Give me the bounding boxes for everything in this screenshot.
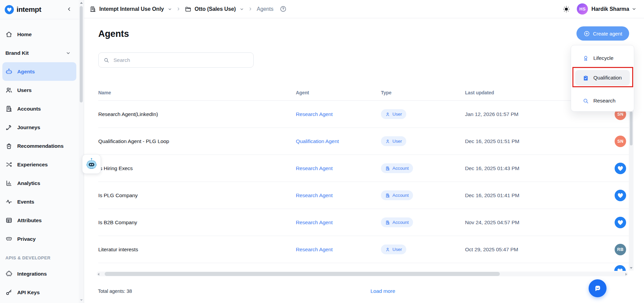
- scroll-right-arrow-icon[interactable]: [625, 273, 627, 276]
- sidebar-item-label: Accounts: [17, 106, 41, 112]
- agent-type-link[interactable]: Qualification Agent: [296, 138, 339, 144]
- sidebar-item-accounts[interactable]: Accounts: [2, 99, 76, 118]
- search-icon: [103, 57, 109, 63]
- agent-type-link[interactable]: Research Agent: [296, 192, 333, 198]
- table-row[interactable]: Literatur interests Research Agent User …: [98, 236, 629, 263]
- agent-type-link[interactable]: Research Agent: [296, 165, 333, 171]
- search-input[interactable]: [113, 57, 249, 63]
- user-name: Hardik Sharma: [591, 6, 629, 12]
- sidebar-item-integrations[interactable]: Integrations: [2, 264, 76, 283]
- clipboard-check-icon: [583, 75, 589, 81]
- total-agents-count: Total agents: 38: [98, 288, 132, 294]
- table-row[interactable]: Research Agent(LinkedIn) Research Agent …: [98, 101, 629, 128]
- column-header-name: Name: [98, 90, 296, 95]
- sidebar-item-label: Users: [17, 87, 32, 93]
- app-window: intempt Home Brand Kit Agents Users: [0, 0, 644, 303]
- sidebar-item-agents[interactable]: Agents: [2, 62, 76, 81]
- sidebar-item-events[interactable]: Events: [2, 192, 76, 211]
- user-icon: [385, 112, 390, 117]
- sidebar-item-home[interactable]: Home: [2, 25, 76, 44]
- chevron-down-icon: [66, 50, 71, 56]
- sidebar-item-label: Attributes: [17, 217, 42, 224]
- sidebar-item-label: Events: [17, 199, 34, 205]
- sidebar-item-journeys[interactable]: Journeys: [2, 118, 76, 137]
- intempt-logo-icon: [5, 5, 14, 14]
- chevron-down-icon[interactable]: [632, 6, 637, 11]
- help-icon[interactable]: [280, 5, 287, 13]
- search-icon: [583, 98, 589, 104]
- journey-path-icon: [5, 124, 12, 131]
- mask-icon: [5, 235, 12, 242]
- vertical-scrollbar[interactable]: [629, 101, 634, 271]
- sidebar-item-recommendations[interactable]: Recommendations: [2, 137, 76, 155]
- type-badge: User: [381, 109, 406, 119]
- scrollbar-thumb[interactable]: [80, 6, 83, 102]
- agent-type-link[interactable]: Research Agent: [296, 111, 333, 117]
- chevron-down-icon[interactable]: [168, 7, 172, 11]
- scroll-up-arrow-icon[interactable]: [80, 2, 83, 4]
- table-row[interactable]: Is PLG Company Research Agent Account De…: [98, 182, 629, 209]
- table-row[interactable]: Is Hiring Execs Research Agent Account D…: [98, 155, 629, 182]
- sidebar-item-experiences[interactable]: Experiences: [2, 155, 76, 174]
- sidebar-item-analytics[interactable]: Analytics: [2, 174, 76, 192]
- breadcrumb-label: Otto (Sales Use): [195, 6, 236, 12]
- scroll-down-arrow-icon[interactable]: [630, 267, 633, 269]
- chat-launcher-button[interactable]: [589, 279, 607, 297]
- home-icon: [5, 31, 12, 38]
- last-updated: Dec 16, 2025 01:41 PM: [465, 192, 519, 198]
- sidebar-item-attributes[interactable]: Attributes: [2, 211, 76, 230]
- table-row[interactable]: Qualification Agent - PLG Loop Qualifica…: [98, 128, 629, 155]
- robot-icon: [5, 68, 12, 75]
- scrollbar-thumb[interactable]: [630, 112, 633, 145]
- column-header-type: Type: [381, 90, 465, 95]
- agent-type-link[interactable]: Research Agent: [296, 219, 333, 225]
- agent-name: Is B2B Company: [98, 219, 137, 225]
- sidebar: intempt Home Brand Kit Agents Users: [0, 0, 79, 303]
- menu-item-qualification[interactable]: Qualification: [575, 70, 630, 86]
- sidebar-item-label: API Keys: [17, 289, 40, 296]
- scroll-down-arrow-icon[interactable]: [80, 299, 83, 301]
- sidebar-collapse-button[interactable]: [67, 5, 72, 13]
- users-icon: [5, 87, 12, 94]
- sidebar-item-users[interactable]: Users: [2, 81, 76, 99]
- building-icon: [5, 105, 12, 112]
- sidebar-item-label: Agents: [17, 69, 35, 75]
- create-agent-button[interactable]: Create agent: [576, 26, 629, 41]
- otto-assistant-widget[interactable]: [82, 154, 101, 174]
- sidebar-item-privacy[interactable]: Privacy: [2, 230, 76, 248]
- building-icon: [385, 193, 390, 198]
- row-avatar: SN: [615, 136, 626, 147]
- sidebar-scrollbar[interactable]: [79, 0, 84, 303]
- create-agent-menu: Lifecycle Qualification Research: [571, 45, 634, 112]
- pulse-icon: [5, 198, 12, 205]
- breadcrumb-project[interactable]: Intempt Internal Use Only: [89, 6, 172, 13]
- menu-item-research[interactable]: Research: [575, 93, 630, 109]
- scrollbar-thumb[interactable]: [105, 272, 500, 276]
- horizontal-scrollbar[interactable]: [97, 272, 628, 276]
- breadcrumb-current-page: Agents: [257, 6, 273, 12]
- robot-mascot-icon: [85, 157, 98, 171]
- sidebar-item-brand-kit[interactable]: Brand Kit: [2, 44, 76, 62]
- sidebar-item-api-keys[interactable]: API Keys: [2, 283, 76, 302]
- user-avatar[interactable]: HS: [577, 3, 588, 15]
- last-updated: Nov 24, 2025 04:57 PM: [465, 219, 519, 225]
- agent-type-link[interactable]: Research Agent: [296, 247, 333, 252]
- last-updated: Dec 16, 2025 01:43 PM: [465, 165, 519, 171]
- table-row[interactable]: Is B2B Company Research Agent Account No…: [98, 209, 629, 236]
- breadcrumb-workspace[interactable]: Otto (Sales Use): [185, 6, 244, 13]
- last-updated: Oct 29, 2025 05:47 PM: [465, 247, 518, 252]
- chevron-down-icon[interactable]: [239, 7, 244, 11]
- shuffle-icon: [5, 161, 12, 168]
- agent-name: Is PLG Company: [98, 192, 138, 198]
- building-icon: [385, 166, 390, 171]
- scroll-left-arrow-icon[interactable]: [98, 273, 99, 276]
- theme-toggle-icon[interactable]: [563, 5, 570, 13]
- topbar-right-group: HS Hardik Sharma: [563, 3, 637, 15]
- menu-item-lifecycle[interactable]: Lifecycle: [575, 50, 630, 66]
- bar-chart-icon: [5, 180, 12, 187]
- search-box: [98, 52, 254, 68]
- agent-name: Literatur interests: [98, 247, 138, 252]
- load-more-link[interactable]: Load more: [370, 288, 395, 294]
- sidebar-item-label: Integrations: [17, 271, 47, 277]
- shopping-bag-icon: [5, 142, 12, 149]
